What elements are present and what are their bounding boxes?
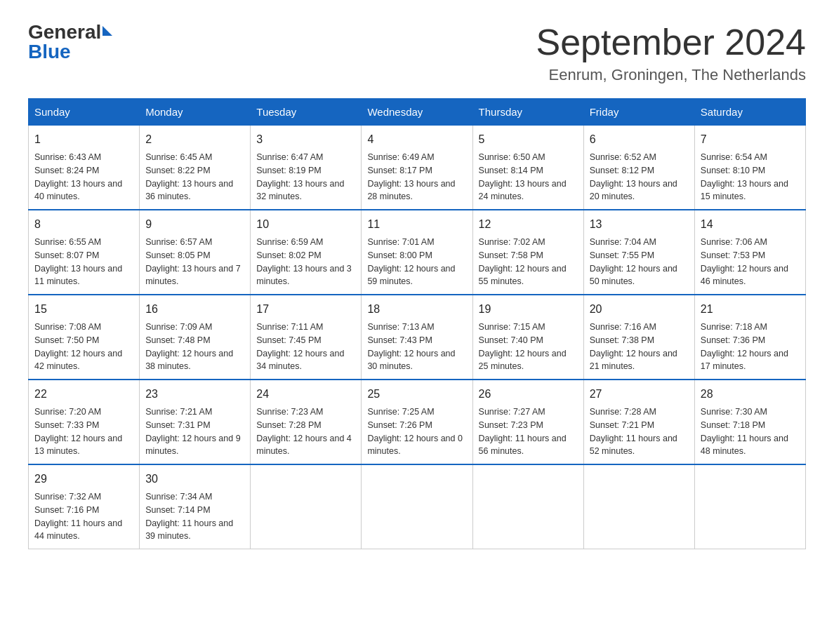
day-number: 5 bbox=[479, 131, 578, 148]
weekday-header-sunday: Sunday bbox=[29, 99, 140, 126]
calendar-cell: 10Sunrise: 6:59 AMSunset: 8:02 PMDayligh… bbox=[251, 210, 362, 295]
calendar-cell bbox=[251, 464, 362, 549]
day-info: Sunrise: 7:06 AMSunset: 7:53 PMDaylight:… bbox=[701, 237, 788, 286]
day-number: 10 bbox=[256, 216, 355, 233]
day-number: 2 bbox=[145, 131, 244, 148]
weekday-header-monday: Monday bbox=[140, 99, 251, 126]
calendar-cell: 12Sunrise: 7:02 AMSunset: 7:58 PMDayligh… bbox=[472, 210, 583, 295]
calendar-cell: 29Sunrise: 7:32 AMSunset: 7:16 PMDayligh… bbox=[29, 464, 140, 549]
day-number: 14 bbox=[701, 216, 800, 233]
calendar-week-row: 22Sunrise: 7:20 AMSunset: 7:33 PMDayligh… bbox=[29, 380, 806, 464]
day-info: Sunrise: 6:45 AMSunset: 8:22 PMDaylight:… bbox=[145, 152, 233, 201]
calendar-body: 1Sunrise: 6:43 AMSunset: 8:24 PMDaylight… bbox=[29, 126, 806, 549]
calendar-cell bbox=[694, 464, 805, 549]
calendar-cell: 20Sunrise: 7:16 AMSunset: 7:38 PMDayligh… bbox=[583, 295, 694, 380]
day-number: 20 bbox=[590, 301, 689, 318]
day-info: Sunrise: 7:28 AMSunset: 7:21 PMDaylight:… bbox=[590, 407, 677, 456]
calendar-cell bbox=[583, 464, 694, 549]
day-info: Sunrise: 7:08 AMSunset: 7:50 PMDaylight:… bbox=[34, 322, 122, 371]
calendar-cell: 22Sunrise: 7:20 AMSunset: 7:33 PMDayligh… bbox=[29, 380, 140, 464]
day-number: 11 bbox=[367, 216, 466, 233]
weekday-header-tuesday: Tuesday bbox=[251, 99, 362, 126]
day-info: Sunrise: 7:16 AMSunset: 7:38 PMDaylight:… bbox=[590, 322, 677, 371]
day-info: Sunrise: 7:18 AMSunset: 7:36 PMDaylight:… bbox=[701, 322, 788, 371]
day-info: Sunrise: 7:32 AMSunset: 7:16 PMDaylight:… bbox=[34, 492, 122, 541]
day-number: 21 bbox=[701, 301, 800, 318]
weekday-header-saturday: Saturday bbox=[694, 99, 805, 126]
day-number: 25 bbox=[367, 386, 466, 403]
day-number: 16 bbox=[145, 301, 244, 318]
day-info: Sunrise: 7:11 AMSunset: 7:45 PMDaylight:… bbox=[256, 322, 344, 371]
day-info: Sunrise: 6:43 AMSunset: 8:24 PMDaylight:… bbox=[34, 152, 122, 201]
day-number: 27 bbox=[590, 386, 689, 403]
logo-arrow-icon bbox=[102, 26, 112, 36]
calendar-cell: 4Sunrise: 6:49 AMSunset: 8:17 PMDaylight… bbox=[362, 126, 472, 210]
day-number: 4 bbox=[367, 131, 466, 148]
day-number: 3 bbox=[256, 131, 355, 148]
day-info: Sunrise: 7:27 AMSunset: 7:23 PMDaylight:… bbox=[479, 407, 567, 456]
day-number: 15 bbox=[34, 301, 133, 318]
calendar-week-row: 1Sunrise: 6:43 AMSunset: 8:24 PMDaylight… bbox=[29, 126, 806, 210]
calendar-cell: 7Sunrise: 6:54 AMSunset: 8:10 PMDaylight… bbox=[694, 126, 805, 210]
calendar-cell: 16Sunrise: 7:09 AMSunset: 7:48 PMDayligh… bbox=[140, 295, 251, 380]
day-info: Sunrise: 6:57 AMSunset: 8:05 PMDaylight:… bbox=[145, 237, 241, 286]
day-info: Sunrise: 6:55 AMSunset: 8:07 PMDaylight:… bbox=[34, 237, 122, 286]
weekday-header-friday: Friday bbox=[583, 99, 694, 126]
day-info: Sunrise: 6:54 AMSunset: 8:10 PMDaylight:… bbox=[701, 152, 788, 201]
calendar-cell: 26Sunrise: 7:27 AMSunset: 7:23 PMDayligh… bbox=[472, 380, 583, 464]
day-info: Sunrise: 7:25 AMSunset: 7:26 PMDaylight:… bbox=[367, 407, 463, 456]
logo-blue-text: Blue bbox=[28, 41, 71, 63]
day-number: 1 bbox=[34, 131, 133, 148]
day-number: 23 bbox=[145, 386, 244, 403]
day-info: Sunrise: 7:02 AMSunset: 7:58 PMDaylight:… bbox=[479, 237, 567, 286]
calendar-header: SundayMondayTuesdayWednesdayThursdayFrid… bbox=[29, 99, 806, 126]
calendar-cell: 13Sunrise: 7:04 AMSunset: 7:55 PMDayligh… bbox=[583, 210, 694, 295]
day-number: 13 bbox=[590, 216, 689, 233]
day-number: 9 bbox=[145, 216, 244, 233]
day-info: Sunrise: 7:30 AMSunset: 7:18 PMDaylight:… bbox=[701, 407, 788, 456]
day-number: 7 bbox=[701, 131, 800, 148]
day-number: 22 bbox=[34, 386, 133, 403]
day-number: 17 bbox=[256, 301, 355, 318]
logo: General Blue bbox=[28, 21, 112, 63]
day-info: Sunrise: 7:01 AMSunset: 8:00 PMDaylight:… bbox=[367, 237, 455, 286]
day-number: 28 bbox=[701, 386, 800, 403]
day-number: 26 bbox=[479, 386, 578, 403]
month-title: September 2024 bbox=[536, 21, 807, 63]
day-info: Sunrise: 7:21 AMSunset: 7:31 PMDaylight:… bbox=[145, 407, 241, 456]
day-number: 30 bbox=[145, 471, 244, 488]
day-number: 29 bbox=[34, 471, 133, 488]
day-number: 12 bbox=[479, 216, 578, 233]
calendar-cell: 25Sunrise: 7:25 AMSunset: 7:26 PMDayligh… bbox=[362, 380, 472, 464]
calendar-cell: 9Sunrise: 6:57 AMSunset: 8:05 PMDaylight… bbox=[140, 210, 251, 295]
day-info: Sunrise: 7:23 AMSunset: 7:28 PMDaylight:… bbox=[256, 407, 352, 456]
day-info: Sunrise: 6:47 AMSunset: 8:19 PMDaylight:… bbox=[256, 152, 344, 201]
calendar-cell: 14Sunrise: 7:06 AMSunset: 7:53 PMDayligh… bbox=[694, 210, 805, 295]
day-number: 19 bbox=[479, 301, 578, 318]
calendar-cell: 21Sunrise: 7:18 AMSunset: 7:36 PMDayligh… bbox=[694, 295, 805, 380]
calendar-cell: 3Sunrise: 6:47 AMSunset: 8:19 PMDaylight… bbox=[251, 126, 362, 210]
calendar-cell bbox=[472, 464, 583, 549]
day-info: Sunrise: 7:34 AMSunset: 7:14 PMDaylight:… bbox=[145, 492, 233, 541]
location-subtitle: Eenrum, Groningen, The Netherlands bbox=[536, 66, 807, 84]
day-number: 18 bbox=[367, 301, 466, 318]
day-info: Sunrise: 6:50 AMSunset: 8:14 PMDaylight:… bbox=[479, 152, 567, 201]
day-info: Sunrise: 6:49 AMSunset: 8:17 PMDaylight:… bbox=[367, 152, 455, 201]
weekday-header-wednesday: Wednesday bbox=[362, 99, 472, 126]
day-info: Sunrise: 6:52 AMSunset: 8:12 PMDaylight:… bbox=[590, 152, 677, 201]
calendar-cell: 18Sunrise: 7:13 AMSunset: 7:43 PMDayligh… bbox=[362, 295, 472, 380]
calendar-week-row: 29Sunrise: 7:32 AMSunset: 7:16 PMDayligh… bbox=[29, 464, 806, 549]
calendar-cell: 27Sunrise: 7:28 AMSunset: 7:21 PMDayligh… bbox=[583, 380, 694, 464]
day-info: Sunrise: 7:15 AMSunset: 7:40 PMDaylight:… bbox=[479, 322, 567, 371]
calendar-cell: 30Sunrise: 7:34 AMSunset: 7:14 PMDayligh… bbox=[140, 464, 251, 549]
title-area: September 2024 Eenrum, Groningen, The Ne… bbox=[536, 21, 807, 84]
calendar-cell: 24Sunrise: 7:23 AMSunset: 7:28 PMDayligh… bbox=[251, 380, 362, 464]
calendar-cell: 2Sunrise: 6:45 AMSunset: 8:22 PMDaylight… bbox=[140, 126, 251, 210]
calendar-cell: 1Sunrise: 6:43 AMSunset: 8:24 PMDaylight… bbox=[29, 126, 140, 210]
calendar-cell: 23Sunrise: 7:21 AMSunset: 7:31 PMDayligh… bbox=[140, 380, 251, 464]
calendar-table: SundayMondayTuesdayWednesdayThursdayFrid… bbox=[28, 98, 806, 549]
calendar-cell: 5Sunrise: 6:50 AMSunset: 8:14 PMDaylight… bbox=[472, 126, 583, 210]
day-number: 24 bbox=[256, 386, 355, 403]
day-info: Sunrise: 7:20 AMSunset: 7:33 PMDaylight:… bbox=[34, 407, 122, 456]
calendar-cell: 11Sunrise: 7:01 AMSunset: 8:00 PMDayligh… bbox=[362, 210, 472, 295]
